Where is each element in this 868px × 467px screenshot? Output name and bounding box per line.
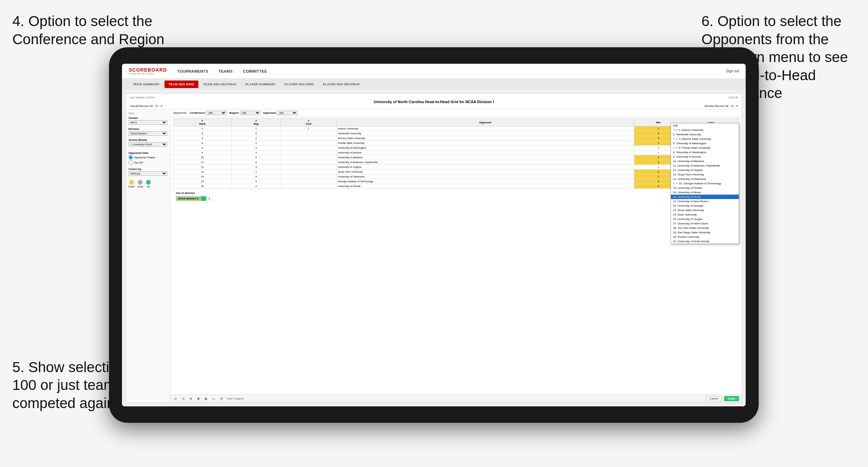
out-division-name: NCAA Division II (176, 196, 201, 201)
subnav-team-h2h-grid[interactable]: TEAM H2H GRID (164, 81, 198, 88)
toolbar-bottom: ↩ ↪ ↺ ⚙ ⊞ — ⏱ View: Original Cancel Appl… (170, 394, 742, 403)
refresh-btn[interactable]: ↺ (188, 397, 194, 401)
dropdown-item[interactable]: 24. Duke University (671, 212, 739, 217)
cell-reg: 1 (231, 170, 281, 174)
dropdown-item[interactable]: ✓ 4. Arizona State University (671, 137, 739, 141)
subnav-player-h2h-grid[interactable]: PLAYER H2H GRID (280, 81, 318, 88)
subnav-player-h2h-heatmap[interactable]: PLAYER H2H HEATMAP (319, 81, 364, 88)
opponent-view-label: Opponent View (129, 151, 167, 155)
conference-select[interactable]: (All) (206, 111, 227, 115)
zoom-btn[interactable]: ⊞ (203, 397, 209, 401)
logo: SCOREBOARD Powered by Cloud (129, 67, 167, 75)
settings-btn[interactable]: ⚙ (196, 397, 201, 401)
dropdown-item[interactable]: 10. University of Alabama (671, 159, 739, 163)
dropdown-item[interactable]: 28. The Ohio State University (671, 226, 739, 230)
cell-conf (281, 165, 336, 170)
timer-btn[interactable]: ⏱ (219, 397, 224, 401)
region-select[interactable]: (All) (240, 111, 260, 115)
conference-filter: Conference (All) (190, 111, 227, 115)
dropdown-item[interactable]: 11. University of Arkansas, Fayetteville (671, 163, 739, 168)
main-table: #Rank #Reg #Conf Opponent Win Loss (173, 118, 739, 189)
sub-nav: TEAM SUMMARY TEAM H2H GRID TEAM H2H HEAT… (122, 79, 746, 90)
cell-rank: 12 (173, 165, 232, 170)
dropdown-item[interactable]: 25. University of Oregon (671, 217, 739, 221)
dropdown-item[interactable]: 31. University of North Florida (671, 239, 739, 244)
dropdown-item[interactable]: 22. University of Georgia (671, 204, 739, 208)
dropdown-item[interactable]: 18. University of Illinois (671, 190, 739, 195)
annotation-1: 4. Option to select the Conference and R… (12, 12, 184, 48)
subnav-team-summary[interactable]: TEAM SUMMARY (129, 81, 164, 88)
opponents-label: Opponents: (173, 111, 187, 114)
cell-conf (281, 146, 336, 150)
nav-tournaments[interactable]: TOURNAMENTS (177, 68, 208, 75)
dropdown-item[interactable]: (All) (671, 123, 739, 128)
opponent-label: Opponent (263, 111, 276, 114)
cell-opponent: University of Arizona (336, 150, 634, 155)
cell-reg: 6 (231, 160, 281, 165)
cell-opponent: Auburn University (336, 126, 634, 131)
cell-conf (281, 174, 336, 179)
dash-btn[interactable]: — (211, 397, 217, 401)
colour-by-select[interactable]: Win/Loss (129, 171, 167, 176)
cell-opponent: Texas Tech University (336, 170, 634, 174)
dropdown-item[interactable]: 16. University of Florida (671, 186, 739, 190)
dropdown-item[interactable]: 3. Vanderbilt University (671, 132, 739, 137)
cancel-button[interactable]: Cancel (706, 396, 722, 401)
nav-committee[interactable]: COMMITTEE (243, 68, 267, 75)
cell-conf (281, 141, 336, 146)
table-row: 13 1 Texas Tech University 3 0 (173, 170, 739, 174)
gender-select[interactable]: Men's (129, 120, 167, 125)
dropdown-item[interactable]: ✓ 6. Florida State University (671, 146, 739, 150)
col-reg: #Reg (231, 119, 281, 126)
subnav-team-h2h-heatmap[interactable]: TEAM H2H HEATMAP (199, 81, 241, 88)
apply-button[interactable]: Apply (724, 396, 739, 401)
radio-opponents-played[interactable]: Opponents Played (129, 155, 167, 160)
sign-out[interactable]: Sign out (726, 69, 739, 73)
dropdown-item[interactable]: 12. University of Virginia (671, 168, 739, 172)
filters-row: Opponents: Conference (All) Region ( (170, 109, 742, 117)
report-header: Last Updated: 4/7/2014 16:55:38 Universi… (126, 94, 742, 109)
school-select[interactable]: 1. University of Nort... (129, 142, 167, 147)
dropdown-item[interactable]: 21. University of New Mexico (671, 199, 739, 204)
dropdown-item[interactable]: 8. University of Washington (671, 150, 739, 155)
opponent-select[interactable]: (All) (277, 111, 297, 115)
dropdown-item[interactable]: 23. Texas A&M University (671, 208, 739, 212)
redo-btn[interactable]: ↪ (181, 397, 186, 401)
table-row: 2 1 1 Auburn University 2 1 (173, 126, 739, 131)
view-label: View: Original (227, 397, 243, 400)
nav-teams[interactable]: TEAMS (219, 68, 233, 75)
dropdown-item[interactable]: ✓ 15. Georgia Institute of Technology (671, 181, 739, 186)
radio-top100[interactable]: Top 100 (129, 160, 167, 165)
dropdown-item[interactable]: 27. University of Notre Dame (671, 221, 739, 226)
cell-rank: 2 (173, 126, 232, 131)
subnav-player-summary[interactable]: PLAYER SUMMARY (241, 81, 280, 88)
opponent-filter: Opponent (All) (263, 111, 298, 115)
cell-rank: 3 (173, 131, 232, 136)
dropdown-item[interactable]: ✓ 2. Auburn University (671, 128, 739, 132)
undo-btn[interactable]: ↩ (173, 397, 179, 401)
dropdown-item[interactable]: 14. University of Oklahoma (671, 177, 739, 181)
cell-opponent: University of Arkansas, Fayetteville (336, 160, 634, 165)
out-win: 1 (200, 196, 206, 201)
tablet-screen: SCOREBOARD Powered by Cloud TOURNAMENTS … (122, 64, 746, 406)
dropdown-item[interactable]: 20. University of Texas (671, 195, 739, 199)
cell-reg: 9 (231, 174, 281, 179)
dropdown-item[interactable]: 29. San Diego State University (671, 230, 739, 235)
table-header-row: #Rank #Reg #Conf Opponent Win Loss (173, 119, 739, 126)
dropdown-item[interactable]: 30. Purdue University (671, 235, 739, 239)
cell-reg: 1 (231, 136, 281, 141)
dropdown-item[interactable]: 13. Texas Tech University (671, 172, 739, 177)
cell-conf (281, 150, 336, 155)
dropdown-item[interactable]: 9. University of Arizona (671, 155, 739, 159)
cell-reg: 2 (231, 184, 281, 189)
cell-opponent: Florida State University (336, 141, 634, 146)
dropdown-item[interactable]: 5. University of Washington (671, 141, 739, 146)
table-row: 4 1 Arizona State University 5 1 (173, 136, 739, 141)
opponent-view: Opponent View Opponents Played Top 100 (129, 151, 167, 165)
conference-label: Conference (190, 111, 205, 114)
left-panel: Team Gender Men's Division NCAA Division… (126, 109, 170, 403)
cell-rank: 4 (173, 136, 232, 141)
division-select[interactable]: NCAA Division I (129, 131, 167, 136)
opponent-dropdown[interactable]: (All)✓ 2. Auburn University 3. Vanderbil… (671, 123, 739, 244)
table-row: 10 5 University of Alabama 3 0 (173, 155, 739, 160)
